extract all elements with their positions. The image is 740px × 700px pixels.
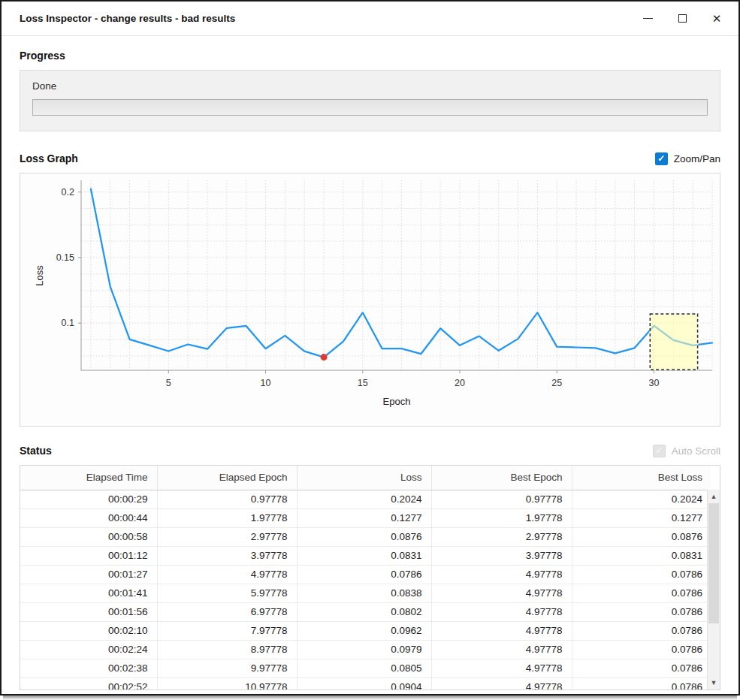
scroll-up-icon[interactable]: ▲ xyxy=(708,490,720,502)
table-row[interactable]: 00:02:5210.977780.09044.977780.0786 xyxy=(20,677,711,690)
zoom-pan-checkbox[interactable]: ✓ Zoom/Pan xyxy=(655,152,720,165)
table-cell: 0.0838 xyxy=(297,584,431,602)
table-cell: 0.97778 xyxy=(157,490,297,508)
table-row[interactable]: 00:00:582.977780.08762.977780.0876 xyxy=(20,527,711,546)
table-row[interactable]: 00:01:274.977780.07864.977780.0786 xyxy=(20,565,711,584)
scrollbar-thumb[interactable] xyxy=(708,503,719,623)
table-row[interactable]: 00:01:566.977780.08024.977780.0786 xyxy=(20,602,711,621)
table-cell: 00:00:29 xyxy=(20,490,157,508)
table-cell: 5.97778 xyxy=(157,584,297,602)
table-row[interactable]: 00:01:415.977780.08384.977780.0786 xyxy=(20,584,711,602)
table-row[interactable]: 00:02:389.977780.08054.977780.0786 xyxy=(20,659,711,677)
window-drop-shadow xyxy=(3,695,737,700)
table-cell: 0.0904 xyxy=(297,677,431,690)
table-cell: 00:02:52 xyxy=(20,677,157,690)
table-cell: 00:01:27 xyxy=(20,565,157,584)
table-cell: 0.0786 xyxy=(572,640,711,659)
table-cell: 00:02:24 xyxy=(20,640,157,659)
table-cell: 00:01:12 xyxy=(20,546,157,565)
column-header-loss[interactable]: Loss xyxy=(297,466,431,490)
window-controls: ✕ xyxy=(626,8,729,30)
table-cell: 0.0786 xyxy=(572,621,711,640)
minimize-icon xyxy=(643,18,653,19)
zoom-pan-label: Zoom/Pan xyxy=(674,153,720,164)
progress-groupbox: Done xyxy=(20,70,720,131)
table-cell: 1.97778 xyxy=(157,508,297,527)
svg-text:0.15: 0.15 xyxy=(56,252,74,263)
svg-text:Epoch: Epoch xyxy=(383,396,411,407)
table-cell: 0.0802 xyxy=(297,602,431,621)
progress-heading: Progress xyxy=(20,48,720,63)
window-title: Loss Inspector - change results - bad re… xyxy=(20,13,626,24)
table-cell: 10.97778 xyxy=(157,677,297,690)
loss-graph-heading: Loss Graph xyxy=(20,151,78,166)
table-cell: 4.97778 xyxy=(431,677,572,690)
table-scrollbar[interactable]: ▲ ▼ xyxy=(707,490,720,689)
table-cell: 9.97778 xyxy=(157,659,297,677)
table-cell: 00:01:41 xyxy=(20,584,157,602)
table-cell: 0.0786 xyxy=(572,677,711,690)
table-cell: 0.0786 xyxy=(572,584,711,602)
table-row[interactable]: 00:01:123.977780.08313.977780.0831 xyxy=(20,546,711,565)
table-cell: 0.2024 xyxy=(572,490,711,508)
check-icon: ✓ xyxy=(655,446,663,455)
close-button[interactable]: ✕ xyxy=(704,8,729,30)
table-cell: 8.97778 xyxy=(157,640,297,659)
auto-scroll-checkbox: ✓ Auto Scroll xyxy=(653,445,720,457)
column-header-elapsed-time[interactable]: Elapsed Time xyxy=(20,466,157,490)
svg-text:15: 15 xyxy=(358,378,368,388)
table-cell: 6.97778 xyxy=(157,602,297,621)
svg-text:20: 20 xyxy=(455,378,465,388)
table-cell: 0.0831 xyxy=(297,546,431,565)
table-cell: 4.97778 xyxy=(431,602,572,621)
svg-text:25: 25 xyxy=(551,378,562,388)
svg-text:10: 10 xyxy=(261,378,271,388)
table-cell: 00:01:56 xyxy=(20,602,157,621)
table-cell: 00:02:38 xyxy=(20,659,157,677)
table-cell: 0.0786 xyxy=(572,565,711,584)
table-cell: 0.0876 xyxy=(572,527,711,546)
table-cell: 4.97778 xyxy=(431,621,572,640)
loss-chart-svg[interactable]: 510152025300.10.150.2EpochLoss xyxy=(20,173,723,426)
column-header-elapsed-epoch[interactable]: Elapsed Epoch xyxy=(157,466,297,490)
table-cell: 3.97778 xyxy=(157,546,297,565)
table-cell: 0.0786 xyxy=(572,602,711,621)
table-cell: 0.0831 xyxy=(572,546,711,565)
column-header-best-loss[interactable]: Best Loss xyxy=(572,466,711,490)
table-row[interactable]: 00:02:107.977780.09624.977780.0786 xyxy=(20,621,711,640)
table-cell: 0.0979 xyxy=(297,640,431,659)
table-cell: 0.97778 xyxy=(431,490,572,508)
window: Loss Inspector - change results - bad re… xyxy=(0,0,740,695)
minimize-button[interactable] xyxy=(635,8,660,30)
check-icon: ✓ xyxy=(657,154,665,163)
close-icon: ✕ xyxy=(712,13,722,24)
status-heading: Status xyxy=(20,443,52,458)
maximize-icon xyxy=(678,14,687,23)
loss-chart[interactable]: 510152025300.10.150.2EpochLoss xyxy=(20,173,720,427)
svg-text:0.1: 0.1 xyxy=(62,318,74,328)
table-cell: 3.97778 xyxy=(431,546,572,565)
status-table-body: 00:00:290.977780.20240.977780.202400:00:… xyxy=(20,490,711,690)
table-cell: 00:00:58 xyxy=(20,527,157,546)
svg-text:5: 5 xyxy=(166,378,171,388)
svg-text:Loss: Loss xyxy=(34,265,45,286)
table-cell: 0.0805 xyxy=(297,659,431,677)
table-row[interactable]: 00:02:248.977780.09794.977780.0786 xyxy=(20,640,711,659)
table-cell: 0.0962 xyxy=(297,621,431,640)
table-cell: 0.1277 xyxy=(297,508,431,527)
scroll-down-icon[interactable]: ▼ xyxy=(708,677,720,689)
table-cell: 0.0786 xyxy=(572,659,711,677)
table-cell: 0.2024 xyxy=(297,490,431,508)
svg-text:30: 30 xyxy=(649,378,660,388)
table-row[interactable]: 00:00:441.977780.12771.977780.1277 xyxy=(20,508,711,527)
table-cell: 1.97778 xyxy=(431,508,572,527)
column-header-best-epoch[interactable]: Best Epoch xyxy=(431,466,572,490)
status-table-grid: Elapsed Time Elapsed Epoch Loss Best Epo… xyxy=(20,466,711,690)
auto-scroll-label: Auto Scroll xyxy=(672,445,720,457)
table-cell: 0.0786 xyxy=(297,565,431,584)
table-cell: 2.97778 xyxy=(157,527,297,546)
table-cell: 4.97778 xyxy=(431,584,572,602)
zoom-pan-checkbox-box[interactable]: ✓ xyxy=(655,152,668,165)
table-row[interactable]: 00:00:290.977780.20240.977780.2024 xyxy=(20,490,711,508)
maximize-button[interactable] xyxy=(669,8,695,30)
